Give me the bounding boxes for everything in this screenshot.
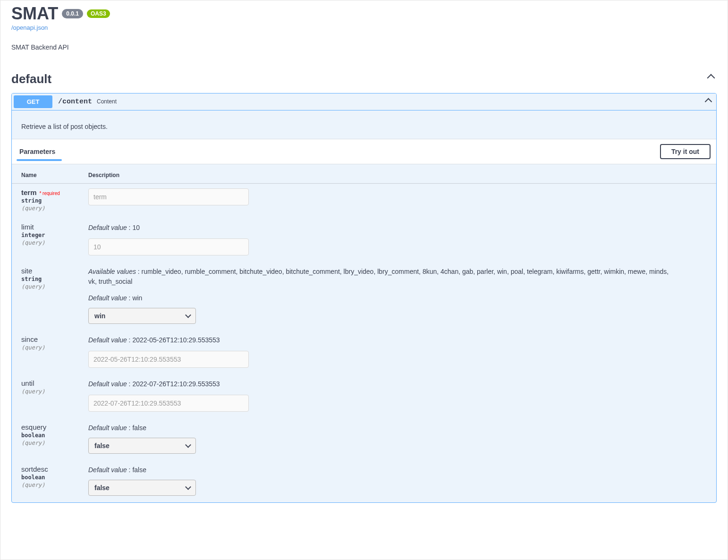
col-header-description: Description xyxy=(79,164,716,184)
param-default: false xyxy=(132,466,146,474)
param-name: since xyxy=(21,335,73,343)
param-location: (query) xyxy=(21,482,73,488)
param-row-site: site string (query) Available values : r… xyxy=(12,262,716,331)
param-row-sortdesc: sortdesc boolean (query) Default value :… xyxy=(12,460,716,502)
param-row-since: since (query) Default value : 2022-05-26… xyxy=(12,331,716,374)
api-header: SMAT 0.0.1 OAS3 /openapi.json SMAT Backe… xyxy=(7,0,721,55)
until-input[interactable] xyxy=(88,395,249,412)
param-location: (query) xyxy=(21,239,73,246)
tag-header[interactable]: default xyxy=(11,69,717,89)
operation-body: Retrieve a list of post objects. Paramet… xyxy=(12,110,716,502)
term-input[interactable] xyxy=(88,188,249,205)
param-type: string xyxy=(21,197,73,204)
oas-badge: OAS3 xyxy=(87,9,110,18)
param-location: (query) xyxy=(21,344,73,351)
param-default: 2022-07-26T12:10:29.553553 xyxy=(132,380,220,388)
param-location: (query) xyxy=(21,388,73,395)
default-label: Default value xyxy=(88,294,127,302)
param-row-esquery: esquery boolean (query) Default value : … xyxy=(12,418,716,460)
param-default: win xyxy=(132,294,142,302)
param-name: esquery xyxy=(21,423,73,431)
param-name: term xyxy=(21,188,37,196)
param-name: sortdesc xyxy=(21,465,73,473)
method-badge: GET xyxy=(14,95,52,108)
default-label: Default value xyxy=(88,380,127,388)
param-default: 2022-05-26T12:10:29.553553 xyxy=(132,336,220,344)
parameters-tab[interactable]: Parameters xyxy=(17,145,57,158)
default-label: Default value xyxy=(88,424,127,432)
param-type: string xyxy=(21,276,73,282)
param-location: (query) xyxy=(21,440,73,446)
tab-underline xyxy=(17,159,62,161)
parameters-table: Name Description term * required xyxy=(12,164,716,502)
param-type: boolean xyxy=(21,474,73,481)
limit-input[interactable] xyxy=(88,238,249,255)
operation-summary[interactable]: GET /content Content xyxy=(12,93,716,110)
site-select[interactable]: win xyxy=(88,308,196,324)
esquery-select[interactable]: false xyxy=(88,438,196,454)
swagger-page: SMAT 0.0.1 OAS3 /openapi.json SMAT Backe… xyxy=(0,0,728,560)
operation-path: /content xyxy=(58,98,92,106)
default-label: Default value xyxy=(88,336,127,344)
tag-section: default GET /content Content Retrieve a … xyxy=(7,69,721,503)
param-name: until xyxy=(21,379,73,387)
since-input[interactable] xyxy=(88,351,249,368)
col-header-name: Name xyxy=(12,164,79,184)
param-row-limit: limit integer (query) Default value : 10 xyxy=(12,218,716,262)
api-title: SMAT xyxy=(11,4,58,23)
available-label: Available values xyxy=(88,268,136,275)
param-type: integer xyxy=(21,232,73,238)
param-default: false xyxy=(132,424,146,432)
param-name: site xyxy=(21,267,73,275)
required-marker: * required xyxy=(39,191,59,196)
param-row-until: until (query) Default value : 2022-07-26… xyxy=(12,374,716,418)
api-description: SMAT Backend API xyxy=(11,43,717,51)
chevron-up-icon xyxy=(708,75,717,83)
param-default: 10 xyxy=(132,224,140,231)
param-available: rumble_video, rumble_comment, bitchute_v… xyxy=(88,268,669,285)
param-name: limit xyxy=(21,223,73,231)
operation-block: GET /content Content Retrieve a list of … xyxy=(11,93,717,503)
version-badge: 0.0.1 xyxy=(62,9,83,18)
spec-link[interactable]: /openapi.json xyxy=(11,24,48,31)
default-label: Default value xyxy=(88,224,127,231)
tag-name: default xyxy=(11,72,51,86)
operation-description: Retrieve a list of post objects. xyxy=(12,110,716,139)
param-type: boolean xyxy=(21,432,73,439)
param-location: (query) xyxy=(21,205,73,212)
param-location: (query) xyxy=(21,283,73,290)
param-row-term: term * required string (query) xyxy=(12,183,716,218)
operation-summary-text: Content xyxy=(97,98,117,105)
try-it-out-button[interactable]: Try it out xyxy=(660,144,711,159)
chevron-up-icon xyxy=(706,98,711,104)
default-label: Default value xyxy=(88,466,127,474)
parameters-bar: Parameters Try it out xyxy=(12,139,716,164)
sortdesc-select[interactable]: false xyxy=(88,480,196,496)
